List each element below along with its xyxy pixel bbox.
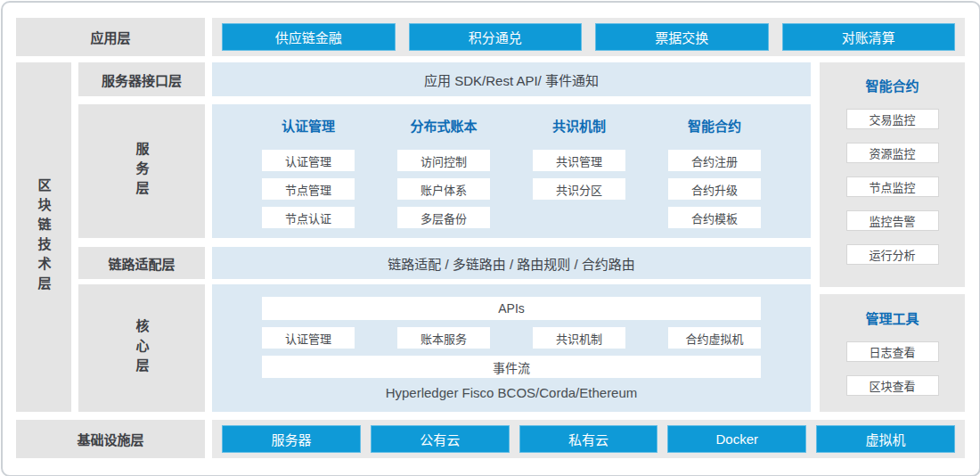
core-module: 账本服务 [397, 327, 490, 349]
infra-layer-label: 基础设施层 [16, 420, 205, 458]
service-item: 合约模板 [668, 207, 761, 228]
app-button-points-exchange: 积分通兑 [409, 23, 583, 51]
infra-button-server: 服务器 [222, 425, 361, 453]
service-column-consensus-header: 共识机制 [533, 118, 625, 135]
tool-item: 区块查看 [846, 375, 939, 396]
core-platforms-text: Hyperledger Fisco BCOS/Corda/Ethereum [212, 385, 811, 400]
core-module: 合约虚拟机 [668, 327, 761, 349]
monitor-item: 资源监控 [846, 143, 939, 163]
app-button-supply-chain-finance: 供应链金融 [222, 23, 396, 51]
service-item: 合约升级 [668, 178, 761, 200]
service-item: 账户体系 [397, 178, 490, 200]
server-interface-layer-label: 服务器接口层 [78, 62, 205, 96]
service-column-consensus: 共识机制 共识管理 共识分区 [533, 118, 625, 228]
app-layer-label: 应用层 [16, 18, 205, 56]
core-module: 认证管理 [262, 327, 355, 349]
server-interface-layer-content: 应用 SDK/Rest API/ 事件通知 [212, 62, 811, 96]
service-item: 节点认证 [262, 207, 355, 228]
service-item: 认证管理 [262, 150, 355, 171]
right-panel-management-tools: 管理工具 日志查看 区块查看 [820, 294, 965, 412]
link-adaptation-layer-label: 链路适配层 [78, 247, 205, 279]
service-layer-label: 服务层 [78, 104, 205, 238]
infra-button-vm: 虚拟机 [816, 425, 955, 453]
service-item: 访问控制 [397, 150, 490, 171]
service-item: 共识管理 [533, 150, 625, 171]
service-item: 合约注册 [668, 150, 761, 171]
monitor-item: 节点监控 [846, 176, 939, 197]
monitor-item: 监控告警 [846, 210, 939, 231]
link-adaptation-layer-content: 链路适配 / 多链路由 / 路由规则 / 合约路由 [212, 247, 811, 279]
service-item: 多层备份 [397, 207, 490, 228]
infra-button-public-cloud: 公有云 [371, 425, 510, 453]
service-layer-panel: 认证管理 认证管理 节点管理 节点认证 分布式账本 访问控制 账户体系 多层备份… [212, 104, 811, 238]
service-column-auth: 认证管理 认证管理 节点管理 节点认证 [262, 118, 355, 228]
monitor-item: 交易监控 [846, 109, 939, 129]
blockchain-tech-layer-label: 区块链技术层 [16, 62, 71, 412]
infra-button-docker: Docker [667, 425, 806, 453]
infra-button-private-cloud: 私有云 [519, 425, 658, 453]
service-item: 节点管理 [262, 178, 355, 200]
service-column-ledger-header: 分布式账本 [397, 118, 490, 135]
core-event-stream-bar: 事件流 [262, 356, 761, 378]
service-column-smart-contract-header: 智能合约 [668, 118, 761, 135]
right-panel-smart-contract: 智能合约 交易监控 资源监控 节点监控 监控告警 运行分析 [820, 62, 965, 287]
right-panel-smart-contract-header: 智能合约 [820, 78, 965, 95]
app-button-bill-exchange: 票据交换 [595, 23, 769, 51]
monitor-item: 运行分析 [846, 244, 939, 265]
service-item: 共识分区 [533, 178, 625, 200]
app-layer-strip: 供应链金融 积分通兑 票据交换 对账清算 [212, 18, 965, 56]
service-column-ledger: 分布式账本 访问控制 账户体系 多层备份 [397, 118, 490, 228]
core-layer-panel: APIs 认证管理 账本服务 共识机制 合约虚拟机 事件流 Hyperledge… [212, 284, 811, 412]
tool-item: 日志查看 [846, 341, 939, 362]
app-button-reconciliation: 对账清算 [782, 23, 956, 51]
core-module: 共识机制 [533, 327, 625, 349]
service-column-auth-header: 认证管理 [262, 118, 355, 135]
core-apis-bar: APIs [262, 297, 761, 320]
blockchain-tech-layer-label-text: 区块链技术层 [37, 178, 51, 296]
right-panel-management-tools-header: 管理工具 [820, 310, 965, 328]
service-column-smart-contract: 智能合约 合约注册 合约升级 合约模板 [668, 118, 761, 228]
core-layer-label-text: 核心层 [135, 319, 149, 378]
infra-layer-strip: 服务器 公有云 私有云 Docker 虚拟机 [212, 420, 965, 458]
service-layer-label-text: 服务层 [135, 142, 149, 201]
core-layer-label: 核心层 [78, 284, 205, 412]
